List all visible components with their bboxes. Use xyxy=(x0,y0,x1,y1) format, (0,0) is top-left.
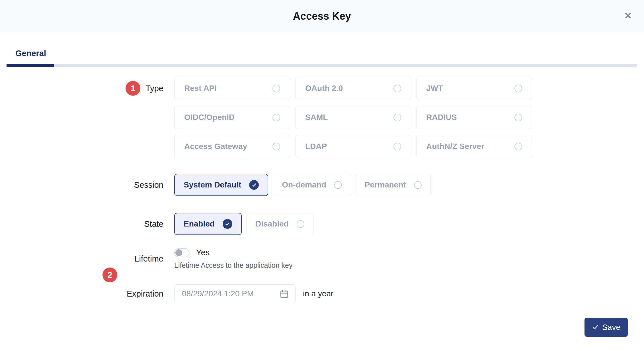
type-option-label: Access Gateway xyxy=(184,142,247,151)
expiration-hint: in a year xyxy=(303,289,333,298)
type-option-label: LDAP xyxy=(305,142,327,151)
radio-unchecked-icon[interactable] xyxy=(393,114,401,121)
type-option-label: JWT xyxy=(426,84,443,93)
expiration-date-input[interactable]: 08/29/2024 1:20 PM xyxy=(174,284,296,303)
lifetime-row: 2 Lifetime Yes Lifetime Access to the ap… xyxy=(0,248,644,270)
state-option-disabled[interactable]: Disabled xyxy=(246,213,313,235)
radio-checked-icon[interactable] xyxy=(223,219,232,229)
radio-unchecked-icon[interactable] xyxy=(514,114,522,121)
calendar-icon[interactable] xyxy=(280,289,289,299)
type-option-access-gateway[interactable]: Access Gateway xyxy=(174,135,290,158)
session-option-label: System Default xyxy=(184,180,241,189)
save-button-label: Save xyxy=(602,323,620,332)
type-option-label: OAuth 2.0 xyxy=(305,84,343,93)
session-choice-group: System Default On-demand Permanent xyxy=(174,174,644,196)
type-option-saml[interactable]: SAML xyxy=(295,106,411,129)
session-label: Session xyxy=(134,180,163,190)
radio-unchecked-icon[interactable] xyxy=(272,143,280,150)
lifetime-label: Lifetime xyxy=(134,254,163,264)
lifetime-toggle[interactable] xyxy=(174,248,189,257)
radio-unchecked-icon[interactable] xyxy=(334,181,342,189)
type-option-label: Rest API xyxy=(184,84,217,93)
modal-footer: Save xyxy=(0,318,644,337)
session-row: Session System Default On-demand Permane… xyxy=(0,174,644,196)
type-option-radius[interactable]: RADIUS xyxy=(416,106,532,129)
type-option-label: SAML xyxy=(305,113,328,122)
type-option-oidc-openid[interactable]: OIDC/OpenID xyxy=(174,106,290,129)
type-option-authnz-server[interactable]: AuthN/Z Server xyxy=(416,135,532,158)
lifetime-control-cell: Yes Lifetime Access to the application k… xyxy=(174,248,644,270)
session-option-permanent[interactable]: Permanent xyxy=(356,174,431,196)
access-key-modal: Access Key ✕ General 1 Type Rest API OAu… xyxy=(0,0,644,337)
expiration-date-value: 08/29/2024 1:20 PM xyxy=(182,289,254,298)
type-option-label: RADIUS xyxy=(426,113,457,122)
modal-header: Access Key ✕ xyxy=(0,0,644,32)
radio-unchecked-icon[interactable] xyxy=(297,220,304,228)
state-choice-group: Enabled Disabled xyxy=(174,213,644,235)
session-option-system-default[interactable]: System Default xyxy=(174,174,268,196)
state-label: State xyxy=(144,219,163,229)
session-option-on-demand[interactable]: On-demand xyxy=(273,174,351,196)
expiration-label: Expiration xyxy=(127,289,163,299)
lifetime-toggle-value: Yes xyxy=(196,248,210,257)
step-badge-1: 1 xyxy=(126,81,140,96)
lifetime-toggle-line: Yes xyxy=(174,248,644,257)
step-badge-2: 2 xyxy=(102,268,117,282)
toggle-knob[interactable] xyxy=(175,249,182,256)
type-option-oauth2[interactable]: OAuth 2.0 xyxy=(295,77,411,100)
tab-bar: General xyxy=(0,32,644,67)
save-button[interactable]: Save xyxy=(584,318,628,337)
tab-general[interactable]: General xyxy=(15,49,46,64)
type-option-label: OIDC/OpenID xyxy=(184,113,235,122)
radio-unchecked-icon[interactable] xyxy=(393,143,401,150)
type-label-cell: 1 Type xyxy=(0,77,174,100)
radio-unchecked-icon[interactable] xyxy=(414,181,422,189)
page-title: Access Key xyxy=(293,10,351,22)
radio-unchecked-icon[interactable] xyxy=(272,85,280,92)
tab-active-indicator xyxy=(7,64,54,67)
check-icon xyxy=(592,324,599,331)
state-label-cell: State xyxy=(0,219,174,229)
state-option-label: Enabled xyxy=(184,219,215,228)
type-option-jwt[interactable]: JWT xyxy=(416,77,532,100)
lifetime-description: Lifetime Access to the application key xyxy=(174,261,644,270)
session-option-label: Permanent xyxy=(365,180,406,189)
access-key-form: 1 Type Rest API OAuth 2.0 JWT OIDC/OpenI… xyxy=(0,67,644,337)
radio-unchecked-icon[interactable] xyxy=(514,85,522,92)
state-option-enabled[interactable]: Enabled xyxy=(174,213,242,235)
state-option-label: Disabled xyxy=(255,219,289,228)
radio-unchecked-icon[interactable] xyxy=(272,114,280,121)
session-option-label: On-demand xyxy=(282,180,326,189)
type-option-ldap[interactable]: LDAP xyxy=(295,135,411,158)
type-row: 1 Type Rest API OAuth 2.0 JWT OIDC/OpenI… xyxy=(0,77,644,158)
expiration-row: Expiration 08/29/2024 1:20 PM in a year xyxy=(0,284,644,303)
type-option-grid: Rest API OAuth 2.0 JWT OIDC/OpenID SAML xyxy=(174,77,644,158)
expiration-control-cell: 08/29/2024 1:20 PM in a year xyxy=(174,284,644,303)
tab-track xyxy=(7,64,637,67)
close-icon[interactable]: ✕ xyxy=(617,5,639,26)
lifetime-label-cell: Lifetime xyxy=(0,254,174,264)
session-label-cell: Session xyxy=(0,180,174,190)
type-option-rest-api[interactable]: Rest API xyxy=(174,77,290,100)
expiration-label-cell: Expiration xyxy=(0,289,174,299)
radio-unchecked-icon[interactable] xyxy=(514,143,522,150)
radio-unchecked-icon[interactable] xyxy=(393,85,401,92)
radio-checked-icon[interactable] xyxy=(249,180,259,190)
state-row: State Enabled Disabled xyxy=(0,213,644,235)
type-label: Type xyxy=(145,84,163,93)
type-option-label: AuthN/Z Server xyxy=(426,142,484,151)
